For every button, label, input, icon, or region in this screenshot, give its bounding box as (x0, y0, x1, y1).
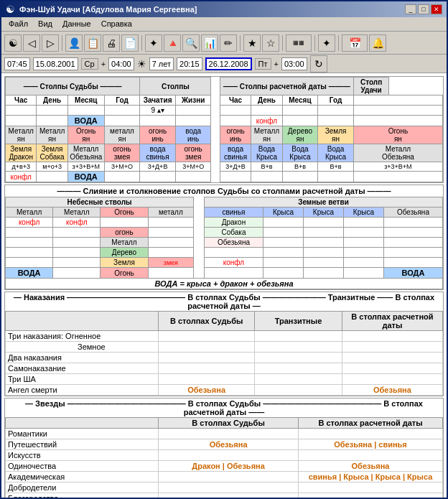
star-destiny-blagorodstva (159, 493, 299, 498)
time-row: 07:45 15.08.2001 Ср + 04:00 ☀ 7 лет 20:1… (1, 55, 447, 73)
close-button[interactable]: ✕ (431, 4, 442, 14)
toolbar-btn-17[interactable]: 📅 (342, 34, 368, 52)
star-destiny-puteshestviy: Обезьяна (159, 439, 299, 450)
pun-destiny-5: Обезьяна (159, 385, 255, 396)
refresh-button[interactable]: ↻ (310, 55, 327, 73)
pun-row-4: Три ША (6, 374, 443, 385)
col-udachi (353, 95, 442, 106)
toolbar-sep-2 (141, 35, 142, 51)
voda-zhizni (175, 116, 211, 126)
menu-help[interactable]: Справка (97, 19, 136, 29)
row-num-mes (67, 106, 104, 116)
merge-voda-left: ВОДА (6, 268, 53, 279)
pun-destiny-4 (159, 374, 255, 385)
merge-sobaka: Собака (204, 228, 263, 238)
pun-destiny-2 (159, 353, 255, 363)
stem1-den: Металлян (37, 126, 67, 144)
col-mesyac: Месяц (67, 95, 104, 106)
row-num-den2 (251, 106, 282, 116)
star-destiny-iskusstv (159, 450, 299, 461)
branch1-god: огоньзмея (104, 144, 140, 162)
branch1-den2: ВодаКрыса (251, 144, 282, 162)
voda-den (37, 116, 67, 126)
row-num-god2 (318, 106, 354, 116)
toolbar-btn-3[interactable]: ▷ (42, 34, 59, 52)
row-num-zach: 9 ▴▾ (140, 106, 176, 116)
formula-god2: В+в (318, 162, 354, 172)
star-row-dobrodeteli: Добродетели (6, 482, 443, 493)
merge-zmeya: змея (148, 258, 194, 268)
pun-calc-2 (342, 353, 442, 363)
pun-row-5: Ангел смерти Обезьяна Обезьяна (6, 385, 443, 396)
menu-file[interactable]: Файл (4, 19, 32, 29)
time1-field[interactable]: 07:45 (4, 57, 30, 70)
menu-view[interactable]: Вид (34, 19, 57, 29)
udachi-header: СтолпУдачи (353, 78, 389, 95)
konfli-row-god (104, 172, 140, 182)
star-label-blagorodstva: Благородства (6, 493, 159, 498)
toolbar-btn-16[interactable]: ✦ (318, 34, 335, 52)
row-num-den (37, 106, 67, 116)
toolbar-btn-13[interactable]: ★ (243, 34, 261, 52)
konfli-row-mes: ВОДА (67, 172, 104, 182)
merge-h3: Огонь (101, 207, 148, 218)
toolbar-btn-15[interactable]: ▦▦ (286, 34, 312, 52)
konfli-row-mes2 (282, 172, 318, 182)
pun-destiny-3 (159, 363, 255, 374)
toolbar-btn-5[interactable]: 📋 (84, 34, 101, 52)
formula-den: м+о+3 (37, 162, 67, 172)
maximize-button[interactable]: □ (418, 4, 429, 14)
stars-table: В столпах Судьбы В столпах расчетной дат… (5, 417, 443, 498)
pun-label-2: Два наказания (6, 353, 159, 363)
toolbar-btn-8[interactable]: ✦ (145, 34, 162, 52)
toolbar-btn-4[interactable]: 👤 (65, 34, 83, 52)
window-controls: _ □ ✕ (405, 4, 442, 14)
star-calc-akademicheskaya: свинья | Крыса | Крыса | Крыса (299, 472, 443, 482)
toolbar-btn-12[interactable]: ✏ (220, 34, 237, 52)
menu-data[interactable]: Данные (58, 19, 95, 29)
pun-transit-0 (255, 331, 342, 342)
stolpy-col-header: Столпы (140, 78, 211, 95)
branch1-udachi: МеталлОбезьяна (353, 144, 442, 162)
konfli-row-chas: конфл (6, 172, 37, 182)
konfli-row-zach (140, 172, 176, 182)
date2-field[interactable]: 26.12.2008 (205, 57, 252, 70)
toolbar-btn-9[interactable]: 🔺 (164, 34, 181, 52)
pun-destiny-0 (159, 331, 255, 342)
star-label-iskusstv: Искусств (6, 450, 159, 461)
toolbar-btn-11[interactable]: 📊 (201, 34, 218, 52)
toolbar-btn-7[interactable]: 📄 (121, 34, 139, 52)
toolbar-btn-10[interactable]: 🔍 (182, 34, 200, 52)
pun-label-4: Три ША (6, 374, 159, 385)
duration1-field[interactable]: 04:00 (108, 57, 134, 70)
title-bar: ☯ Фэн-Шуй Удачи [Абдулова Мария Сергеевн… (1, 1, 447, 17)
merge-formula: ВОДА = крыса + дракон + обезьяна (6, 279, 443, 289)
merge-dragon: Дракон (204, 218, 263, 228)
main-window: ☯ Фэн-Шуй Удачи [Абдулова Мария Сергеевн… (0, 0, 448, 499)
toolbar-btn-1[interactable]: ☯ (4, 34, 22, 52)
toolbar-btn-2[interactable]: ◁ (23, 34, 40, 52)
date2-value: 26.12.2008 (209, 60, 248, 68)
branch1-mes2: ВодаКрыса (282, 144, 318, 162)
duration2-field[interactable]: 03:00 (281, 57, 307, 70)
pun-row-3: Самонаказание (6, 363, 443, 374)
destiny-section: —— Столпы Судьбы ——— Столпы —— Столпы ра… (4, 76, 444, 183)
duration1-value: 04:00 (111, 60, 131, 68)
branch1-mes: МеталлОбезьяна (67, 144, 104, 162)
pun-label-1: Земное (6, 342, 159, 353)
time2-field[interactable]: 20:15 (177, 57, 202, 70)
voda-chas2 (220, 116, 251, 126)
toolbar-btn-6[interactable]: 🖨 (103, 34, 120, 52)
stem1-udachi: Огоньян (353, 126, 442, 144)
toolbar-btn-14[interactable]: ☆ (262, 34, 279, 52)
merge-metal: Металл (101, 238, 148, 248)
stem1-god2: Земляян (318, 126, 354, 144)
minimize-button[interactable]: _ (405, 4, 416, 14)
toolbar-btn-18[interactable]: 🔔 (369, 34, 386, 52)
pun-row-2: Два наказания (6, 353, 443, 363)
pun-col-destiny: В столпах Судьбы (159, 312, 255, 331)
toolbar-sep-3 (240, 35, 241, 51)
star-row-odinochestva: Одиночества Дракон | Обезьяна Обезьяна (6, 461, 443, 472)
stem1-den2: Металлян (251, 126, 282, 144)
date1-field[interactable]: 15.08.2001 (33, 57, 78, 70)
